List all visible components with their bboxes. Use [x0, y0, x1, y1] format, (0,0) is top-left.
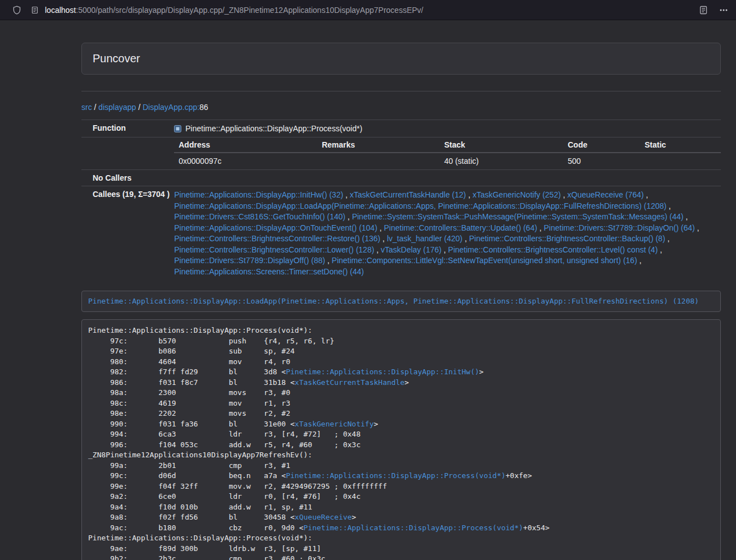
stats-value: 500 [563, 153, 640, 169]
disassembly-line: Pinetime::Applications::DisplayApp::Proc… [88, 533, 714, 544]
disassembly-block: Pinetime::Applications::DisplayApp::Proc… [81, 319, 721, 560]
disassembly-text: +0x54> [523, 524, 550, 532]
callee-link[interactable]: Pinetime::Controllers::Battery::Update()… [384, 223, 537, 232]
callee-separator: , [441, 245, 448, 254]
disassembly-text: 99a: 2b01 cmp r3, #1 [88, 461, 290, 470]
callee-link[interactable]: Pinetime::Controllers::BrightnessControl… [469, 234, 665, 243]
callee-separator: , [561, 190, 568, 199]
disassembly-text: 98a: 2300 movs r3, #0 [88, 388, 290, 397]
disassembly-line: 980: 4604 mov r4, r0 [88, 357, 714, 368]
disassembly-line: 986: f031 f8c7 bl 31b18 <xTaskGetCurrent… [88, 378, 714, 388]
callee-separator: , [345, 212, 352, 221]
disassembly-text: 9a4: f10d 010b add.w r1, sp, #11 [88, 503, 312, 511]
disassembly-line: 9a4: f10d 010b add.w r1, sp, #11 [88, 502, 714, 513]
callee-link[interactable]: Pinetime::Applications::DisplayApp::Init… [174, 190, 343, 199]
function-type-icon [174, 125, 181, 132]
disassembly-line: Pinetime::Applications::DisplayApp::Proc… [88, 325, 714, 336]
ellipsis-menu-icon[interactable] [719, 6, 728, 15]
callee-link[interactable]: Pinetime::Applications::Screens::Timer::… [174, 267, 364, 276]
callee-link[interactable]: xTaskGenericNotify (252) [473, 190, 561, 199]
stats-header: Stack [440, 137, 563, 153]
callee-link[interactable]: lv_task_handler (420) [387, 234, 463, 243]
stats-header-row: AddressRemarksStackCodeStatic [174, 137, 721, 153]
symbol-link[interactable]: xQueueReceive [295, 513, 352, 521]
disassembly-line: 9a2: 6ce0 ldr r0, [r4, #76] ; 0x4c [88, 492, 714, 502]
page-content: Puncover src / displayapp / DisplayApp.c… [81, 43, 721, 560]
callee-link[interactable]: Pinetime::System::SystemTask::PushMessag… [352, 212, 684, 221]
stats-value [317, 153, 440, 169]
stats-header: Code [563, 137, 640, 153]
symbol-link[interactable]: Pinetime::Applications::DisplayApp::Init… [286, 368, 479, 376]
stats-row: AddressRemarksStackCodeStatic 0x0000097c… [81, 137, 721, 170]
callee-line: Pinetime::Controllers::BrightnessControl… [174, 245, 716, 256]
highlighted-symbol-link[interactable]: Pinetime::Applications::DisplayApp::Load… [88, 297, 699, 305]
breadcrumb-link[interactable]: src [81, 103, 92, 112]
callee-link[interactable]: xTaskGetCurrentTaskHandle (12) [350, 190, 466, 199]
callee-link[interactable]: Pinetime::Applications::DisplayApp::OnTo… [174, 223, 377, 232]
disassembly-text: 9ae: f89d 300b ldrb.w r3, [sp, #11] [88, 544, 321, 553]
empty-row-label [81, 137, 174, 170]
no-callers-label: No Callers [81, 170, 174, 186]
callee-separator: , [343, 190, 350, 199]
callee-separator: , [463, 234, 469, 243]
breadcrumb-link[interactable]: displayapp [98, 103, 136, 112]
callee-line: Pinetime::Applications::DisplayApp::Init… [174, 190, 716, 201]
disassembly-text: 982: f7ff fd29 bl 3d8 < [88, 368, 286, 376]
disassembly-line: 97c: b570 push {r4, r5, r6, lr} [88, 336, 714, 347]
disassembly-text: 97e: b086 sub sp, #24 [88, 347, 295, 355]
breadcrumb-line-number: 86 [199, 103, 208, 112]
callee-link[interactable]: Pinetime::Controllers::BrightnessControl… [174, 234, 380, 243]
function-row: Function Pinetime::Applications::Display… [81, 120, 721, 137]
symbol-link[interactable]: Pinetime::Applications::DisplayApp::Proc… [304, 524, 523, 532]
app-header: Puncover [81, 43, 721, 75]
callee-line: Pinetime::Drivers::St7789::DisplayOff() … [174, 255, 716, 267]
function-name: Pinetime::Applications::DisplayApp::Proc… [185, 123, 362, 134]
callee-separator: , [637, 256, 642, 265]
symbol-link[interactable]: xTaskGetCurrentTaskHandle [295, 378, 405, 387]
callee-line: Pinetime::Applications::DisplayApp::Load… [174, 201, 716, 212]
callee-link[interactable]: Pinetime::Applications::DisplayApp::Load… [174, 201, 666, 210]
disassembly-text: +0xfe> [506, 471, 532, 480]
callee-link[interactable]: Pinetime::Controllers::BrightnessControl… [174, 245, 374, 254]
disassembly-line: 98c: 4619 mov r1, r3 [88, 398, 714, 409]
url-path: :5000/path/src/displayapp/DisplayApp.cpp… [76, 6, 423, 15]
callee-separator: , [666, 201, 671, 210]
symbol-link[interactable]: Pinetime::Applications::DisplayApp::Proc… [286, 471, 505, 480]
disassembly-text: > [352, 513, 356, 521]
function-label: Function [81, 120, 174, 137]
divider [81, 91, 721, 91]
disassembly-text: Pinetime::Applications::DisplayApp::Proc… [88, 326, 312, 334]
disassembly-text: 97c: b570 push {r4, r5, r6, lr} [88, 337, 334, 345]
disassembly-line: 99a: 2b01 cmp r3, #1 [88, 461, 714, 471]
disassembly-line: 9ac: b180 cbz r0, 9d0 <Pinetime::Applica… [88, 523, 714, 534]
callee-link[interactable]: vTaskDelay (176) [381, 245, 441, 254]
disassembly-line: 99c: d06d beq.n a7a <Pinetime::Applicati… [88, 471, 714, 481]
callee-link[interactable]: xQueueReceive (764) [568, 190, 644, 199]
disassembly-line: 9b2: 2b3c cmp r3, #60 ; 0x3c [88, 554, 714, 560]
url-bar[interactable]: localhost:5000/path/src/displayapp/Displ… [45, 6, 692, 15]
callees-row: Callees (19, Σ=3704 ) Pinetime::Applicat… [81, 186, 721, 281]
disassembly-line: _ZN8Pinetime12Applications10DisplayApp7R… [88, 450, 714, 461]
shield-icon[interactable] [12, 6, 21, 15]
disassembly-text: 99c: d06d beq.n a7a < [88, 471, 286, 480]
breadcrumb-link[interactable]: DisplayApp.cpp: [143, 103, 199, 112]
callee-link[interactable]: Pinetime::Drivers::Cst816S::GetTouchInfo… [174, 212, 345, 221]
reader-mode-icon[interactable] [699, 6, 708, 15]
callee-link[interactable]: Pinetime::Drivers::St7789::DisplayOff() … [174, 256, 325, 265]
callee-separator: , [377, 223, 384, 232]
site-identity-icon[interactable] [31, 6, 39, 14]
callee-link[interactable]: Pinetime::Controllers::BrightnessControl… [448, 245, 657, 254]
disassembly-text: _ZN8Pinetime12Applications10DisplayApp7R… [88, 451, 312, 459]
callee-separator: , [658, 245, 662, 254]
breadcrumb-separator: / [136, 103, 143, 112]
disassembly-line: 996: f104 053c add.w r5, r4, #60 ; 0x3c [88, 440, 714, 451]
disassembly-text: 994: 6ca3 ldr r3, [r4, #72] ; 0x48 [88, 430, 360, 438]
callee-link[interactable]: Pinetime::Drivers::St7789::DisplayOn() (… [544, 223, 695, 232]
callee-link[interactable]: Pinetime::Components::LittleVgl::SetNewT… [332, 256, 637, 265]
stats-value: 0x0000097c [174, 153, 317, 169]
browser-toolbar: localhost:5000/path/src/displayapp/Displ… [0, 0, 736, 20]
symbol-link[interactable]: xTaskGenericNotify [295, 420, 374, 428]
url-host: localhost [45, 6, 76, 15]
disassembly-text: > [479, 368, 484, 376]
callee-line: Pinetime::Controllers::BrightnessControl… [174, 233, 716, 245]
